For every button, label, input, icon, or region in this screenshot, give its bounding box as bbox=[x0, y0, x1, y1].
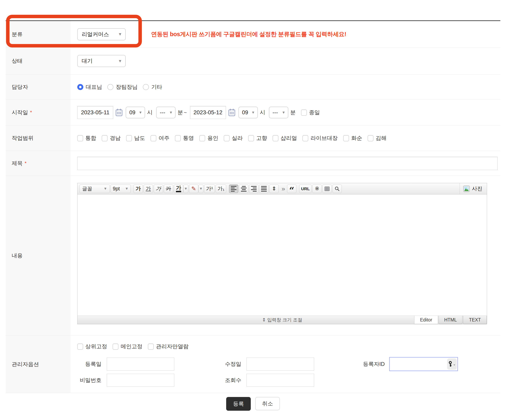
checkbox-icon[interactable] bbox=[151, 135, 156, 141]
font-color-dropdown[interactable]: ▼ bbox=[183, 184, 188, 193]
checkbox-icon[interactable] bbox=[343, 135, 349, 141]
category-label: 분류 bbox=[6, 21, 71, 47]
pin-main-label: 메인고정 bbox=[121, 343, 142, 350]
checkbox-icon[interactable] bbox=[368, 135, 373, 141]
calendar-icon[interactable] bbox=[115, 108, 123, 117]
scope-checkbox-10[interactable]: 화순 bbox=[343, 135, 362, 142]
highlight-button[interactable]: ✎ bbox=[189, 184, 198, 193]
manager-radio-etc[interactable]: 기타 bbox=[143, 83, 162, 91]
radio-icon[interactable] bbox=[143, 84, 149, 90]
pin-top-checkbox[interactable]: 상위고정 bbox=[77, 343, 107, 350]
cancel-button[interactable]: 취소 bbox=[255, 397, 280, 410]
editor-content-area[interactable] bbox=[78, 195, 487, 316]
strikethrough-button[interactable]: 가 bbox=[164, 184, 173, 193]
password-input[interactable] bbox=[107, 374, 174, 387]
checkbox-icon[interactable] bbox=[301, 109, 307, 116]
title-input[interactable] bbox=[77, 157, 498, 170]
pin-main-checkbox[interactable]: 메인고정 bbox=[113, 343, 142, 350]
superscript-button[interactable]: 가¹ bbox=[204, 184, 215, 193]
scope-checkbox-7[interactable]: 고향 bbox=[248, 135, 267, 142]
align-justify-button[interactable] bbox=[259, 184, 268, 193]
checkbox-icon[interactable] bbox=[302, 135, 308, 141]
checkbox-icon[interactable] bbox=[77, 344, 83, 350]
checkbox-icon[interactable] bbox=[113, 344, 119, 350]
checkbox-icon[interactable] bbox=[224, 135, 230, 141]
submit-button[interactable]: 등록 bbox=[226, 397, 251, 411]
tab-text[interactable]: TEXT bbox=[463, 316, 487, 324]
checkbox-icon[interactable] bbox=[102, 135, 107, 141]
photo-button[interactable]: 사진 bbox=[463, 185, 485, 192]
all-day-checkbox[interactable]: 종일 bbox=[301, 109, 320, 116]
scope-checkbox-8[interactable]: 샵리얼 bbox=[273, 135, 297, 142]
search-button[interactable] bbox=[333, 184, 342, 193]
underline-button[interactable]: 가 bbox=[144, 184, 153, 193]
start-minute-select[interactable]: --- ▼ bbox=[156, 107, 175, 118]
end-hour-select[interactable]: 09 ▼ bbox=[239, 107, 258, 118]
end-minute-select[interactable]: --- ▼ bbox=[269, 107, 288, 118]
scope-checkbox-1[interactable]: 경남 bbox=[102, 135, 121, 142]
line-height-button[interactable]: ⇕ bbox=[269, 184, 279, 193]
scope-checkbox-5[interactable]: 용인 bbox=[199, 135, 218, 142]
scope-checkbox-11[interactable]: 김해 bbox=[368, 135, 386, 142]
calendar-icon[interactable] bbox=[228, 108, 236, 117]
table-button[interactable] bbox=[322, 184, 332, 193]
tab-editor[interactable]: Editor bbox=[414, 316, 438, 324]
range-separator: ~ bbox=[184, 110, 187, 115]
radio-selected-icon[interactable] bbox=[77, 84, 83, 90]
font-size-select[interactable]: 9pt ▼ bbox=[111, 184, 131, 193]
quote-button[interactable]: “ bbox=[287, 184, 296, 193]
align-right-button[interactable] bbox=[249, 184, 259, 193]
checkbox-icon[interactable] bbox=[77, 135, 83, 141]
align-left-button[interactable] bbox=[229, 184, 238, 193]
status-select[interactable]: 대기 ▼ bbox=[77, 55, 126, 67]
scope-checkbox-2[interactable]: 남도 bbox=[126, 135, 145, 142]
special-char-button[interactable]: ※ bbox=[312, 184, 322, 193]
chevron-down-icon: ▼ bbox=[199, 187, 203, 191]
toolbar-expand-button[interactable]: » bbox=[281, 185, 285, 192]
start-date-label: 시작일 * bbox=[6, 100, 71, 125]
tab-html[interactable]: HTML bbox=[439, 316, 462, 324]
superscript-glyph: 가¹ bbox=[206, 185, 213, 192]
all-day-label: 종일 bbox=[309, 109, 320, 116]
checkbox-icon[interactable] bbox=[175, 135, 181, 141]
scope-option-label: 화순 bbox=[351, 135, 362, 142]
italic-button[interactable]: 가 bbox=[154, 184, 163, 193]
title-label: 제목 * bbox=[6, 151, 71, 176]
admin-only-checkbox[interactable]: 관리자만열람 bbox=[148, 343, 189, 350]
scope-checkbox-3[interactable]: 여주 bbox=[151, 135, 169, 142]
checkbox-icon[interactable] bbox=[248, 135, 254, 141]
checkbox-icon[interactable] bbox=[148, 344, 154, 350]
reg-id-input[interactable]: ⌄ bbox=[389, 357, 458, 371]
hour-unit-label: 시 bbox=[147, 109, 153, 116]
checkbox-icon[interactable] bbox=[126, 135, 132, 141]
checkbox-icon[interactable] bbox=[199, 135, 205, 141]
radio-icon[interactable] bbox=[107, 84, 113, 90]
row-title: 제목 * bbox=[6, 151, 500, 176]
start-date-input[interactable] bbox=[77, 106, 113, 119]
mod-date-input[interactable] bbox=[246, 358, 314, 371]
checkbox-icon[interactable] bbox=[273, 135, 279, 141]
end-date-input[interactable] bbox=[190, 106, 226, 119]
subscript-button[interactable]: 가₁ bbox=[216, 184, 226, 193]
scope-checkbox-9[interactable]: 라이브대장 bbox=[302, 135, 338, 142]
manager-radio-etc-label: 기타 bbox=[151, 83, 162, 91]
align-center-button[interactable] bbox=[239, 184, 248, 193]
bold-button[interactable]: 가 bbox=[133, 184, 143, 193]
password-key-button[interactable]: ⌄ bbox=[447, 359, 457, 370]
start-hour-value: 09 bbox=[129, 109, 135, 116]
row-status: 상태 대기 ▼ bbox=[6, 48, 500, 75]
scope-checkbox-6[interactable]: 실라 bbox=[224, 135, 243, 142]
scope-option-label: 고향 bbox=[256, 135, 267, 142]
scope-checkbox-0[interactable]: 통합 bbox=[77, 135, 96, 142]
views-input[interactable] bbox=[246, 374, 314, 387]
url-button[interactable]: URL bbox=[299, 184, 312, 193]
reg-date-input[interactable] bbox=[107, 358, 174, 371]
font-color-button[interactable]: 가 bbox=[174, 184, 183, 193]
scope-checkbox-4[interactable]: 통영 bbox=[175, 135, 194, 142]
highlight-dropdown[interactable]: ▼ bbox=[199, 184, 203, 193]
font-family-select[interactable]: 글꼴 ▼ bbox=[80, 184, 110, 193]
start-hour-select[interactable]: 09 ▼ bbox=[126, 107, 145, 118]
category-select[interactable]: 리얼커머스 ▼ bbox=[77, 28, 126, 41]
manager-radio-teamlead[interactable]: 장팀장님 bbox=[107, 83, 138, 91]
manager-radio-ceo[interactable]: 대표님 bbox=[77, 83, 102, 91]
